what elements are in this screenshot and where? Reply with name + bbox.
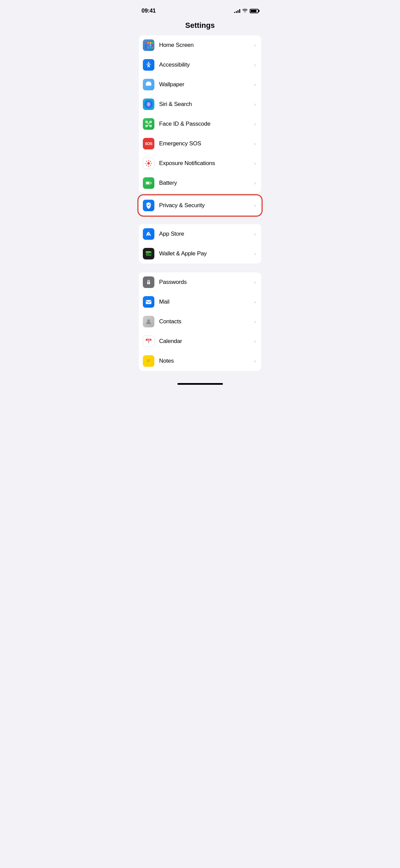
settings-item-battery[interactable]: Battery › [139,173,261,193]
mail-label: Mail [159,299,253,305]
contacts-icon [143,316,154,327]
siri-label: Siri & Search [159,101,253,108]
svg-point-17 [146,165,147,166]
wallpaper-label: Wallpaper [159,81,253,88]
passwords-icon [143,276,154,288]
mail-chevron: › [254,299,256,305]
settings-item-exposure[interactable]: Exposure Notifications › [139,153,261,173]
passwords-label: Passwords [159,279,253,286]
signal-icon [234,9,240,13]
emergency-sos-icon: SOS [143,138,154,149]
settings-item-wallpaper[interactable]: Wallpaper › [139,75,261,94]
svg-text:JUNE: JUNE [147,339,151,341]
faceid-chevron: › [254,121,256,127]
settings-item-appstore[interactable]: A App Store › [139,224,261,244]
faceid-icon [143,118,154,130]
appstore-icon: A [143,228,154,240]
settings-item-privacy[interactable]: Privacy & Security › [139,196,261,215]
contacts-label: Contacts [159,318,253,325]
status-bar: 09:41 [133,0,267,17]
wallpaper-chevron: › [254,82,256,87]
privacy-label: Privacy & Security [159,202,253,209]
siri-chevron: › [254,102,256,107]
svg-rect-21 [151,182,151,184]
svg-rect-4 [150,121,152,123]
privacy-chevron: › [254,203,256,208]
notes-icon [143,355,154,367]
svg-point-1 [147,83,148,84]
settings-item-faceid[interactable]: Face ID & Passcode › [139,114,261,134]
mail-icon [143,296,154,308]
home-screen-chevron: › [254,42,256,48]
svg-rect-27 [149,253,151,254]
settings-item-emergency-sos[interactable]: SOS Emergency SOS › [139,134,261,153]
settings-group-privacy: Privacy & Security › [139,196,261,215]
home-screen-icon [143,39,154,51]
exposure-icon [143,158,154,169]
wallpaper-icon [143,79,154,90]
svg-rect-26 [146,251,150,252]
settings-item-contacts[interactable]: Contacts › [139,312,261,331]
siri-icon [143,98,154,110]
svg-rect-3 [146,121,148,123]
privacy-icon [143,200,154,211]
passwords-chevron: › [254,279,256,285]
svg-point-10 [147,162,150,164]
notes-label: Notes [159,358,253,364]
calendar-chevron: › [254,339,256,344]
svg-rect-30 [146,300,152,304]
settings-item-siri[interactable]: Siri & Search › [139,94,261,114]
svg-point-11 [148,160,149,161]
svg-point-8 [149,123,150,124]
accessibility-icon [143,59,154,71]
exposure-chevron: › [254,161,256,166]
battery-settings-icon [143,177,154,189]
svg-rect-6 [150,125,152,127]
settings-item-passwords[interactable]: Passwords › [139,272,261,292]
svg-rect-5 [146,125,148,127]
wallet-chevron: › [254,251,256,256]
home-screen-label: Home Screen [159,42,253,49]
page-title: Settings [133,17,267,35]
emergency-sos-chevron: › [254,141,256,146]
svg-point-0 [148,62,149,63]
svg-point-18 [150,165,151,166]
settings-item-home-screen[interactable]: Home Screen › [139,35,261,55]
settings-item-mail[interactable]: Mail › [139,292,261,312]
settings-group-1: Home Screen › Accessibility › Wallpaper … [139,35,261,193]
svg-point-14 [151,163,152,164]
svg-point-29 [148,283,149,284]
home-indicator [177,383,223,385]
svg-text:7: 7 [148,341,150,344]
status-time: 09:41 [141,7,156,14]
settings-item-accessibility[interactable]: Accessibility › [139,55,261,75]
wallet-label: Wallet & Apple Pay [159,250,253,257]
settings-item-notes[interactable]: Notes › [139,351,261,371]
accessibility-label: Accessibility [159,61,253,68]
appstore-label: App Store [159,231,253,237]
battery-icon [250,9,259,13]
contacts-chevron: › [254,319,256,324]
settings-item-calendar[interactable]: ▲ ▲ 7 JUNE Calendar › [139,331,261,351]
svg-point-15 [146,161,147,162]
notes-chevron: › [254,358,256,364]
svg-rect-20 [146,182,149,184]
faceid-label: Face ID & Passcode [159,121,253,127]
svg-point-13 [145,163,146,164]
svg-point-31 [147,320,150,322]
exposure-label: Exposure Notifications [159,160,253,167]
settings-group-3: Passwords › Mail › Contacts › [139,272,261,371]
calendar-icon: ▲ ▲ 7 JUNE [143,336,154,347]
battery-label: Battery [159,180,253,186]
settings-item-wallet[interactable]: Wallet & Apple Pay › [139,244,261,264]
status-icons [234,9,259,13]
emergency-sos-label: Emergency SOS [159,140,253,147]
svg-point-12 [148,166,149,167]
appstore-chevron: › [254,231,256,237]
settings-group-2: A App Store › Wallet & Apple Pay › [139,224,261,264]
accessibility-chevron: › [254,62,256,68]
wifi-icon [242,9,248,13]
svg-point-16 [150,161,151,162]
calendar-label: Calendar [159,338,253,345]
battery-chevron: › [254,180,256,186]
